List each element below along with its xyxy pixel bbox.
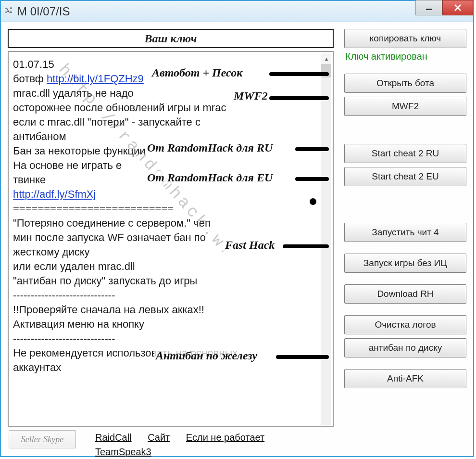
key-input[interactable]: Ваш ключ [8, 29, 334, 48]
cheat2-ru-button[interactable]: Start cheat 2 RU [344, 144, 466, 163]
news-line: "Потеряно соединение с сервером." чеп [13, 217, 211, 229]
shuffle-icon [4, 5, 13, 17]
scroll-thumb[interactable] [321, 64, 331, 77]
link-site[interactable]: Сайт [148, 430, 170, 445]
scroll-up-icon[interactable]: ▴ [321, 53, 331, 64]
news-textbox[interactable]: 01.07.15 ботвф http://bit.ly/1FQZHz9 mra… [10, 53, 331, 425]
mwf2-button[interactable]: MWF2 [344, 97, 466, 116]
app-window: M 0I/07/IS Ваш ключ копировать ключ 01.0… [0, 0, 474, 457]
news-divider: ========================== [13, 203, 174, 215]
news-line: Активация меню на кнопку [13, 318, 144, 330]
news-line: mrac.dll удалять не надо [13, 87, 134, 99]
link-raidcall[interactable]: RaidCall [95, 430, 132, 445]
window-title: M 0I/07/IS [17, 5, 70, 18]
svg-rect-0 [426, 9, 432, 10]
cheat4-button[interactable]: Запустить чит 4 [344, 223, 466, 242]
news-line: На основе не играть е [13, 159, 122, 171]
anti-afk-button[interactable]: Anti-AFK [344, 369, 466, 388]
clean-logs-button[interactable]: Очистка логов [344, 315, 466, 334]
close-button[interactable] [442, 0, 473, 15]
news-line: мин после запуска WF означает бан по [13, 231, 206, 243]
news-line: !!Проверяйте сначала на левых акках!! [13, 304, 204, 316]
client-area: Ваш ключ копировать ключ 01.07.15 ботвф … [1, 22, 473, 456]
news-line: твинке [13, 174, 46, 186]
footer-links: RaidCall Сайт Если не работает TeamSpeak… [95, 430, 278, 459]
news-line: Бан за некоторые функции [13, 145, 146, 157]
link-adfly[interactable]: http://adf.ly/SfmXj [13, 188, 96, 200]
news-line: "антибан по диску" запускать до игры [13, 275, 197, 287]
launch-no-ic-button[interactable]: Запуск игры без ИЦ [344, 254, 466, 273]
key-status-text: Ключ активирован [344, 51, 466, 62]
antiban-disk-button[interactable]: антибан по диску [344, 338, 466, 357]
open-bot-button[interactable]: Открыть бота [344, 74, 466, 93]
news-line: ботвф [13, 73, 47, 85]
news-line: Не рекомендуется использовать на основны… [13, 347, 238, 359]
news-line: аккаунтах [13, 361, 61, 373]
cheat2-eu-button[interactable]: Start cheat 2 EU [344, 167, 466, 186]
news-dashes: ----------------------------- [13, 332, 115, 344]
news-date: 01.07.15 [13, 58, 54, 70]
minimize-button[interactable] [415, 0, 442, 15]
copy-key-button[interactable]: копировать ключ [344, 29, 466, 48]
seller-skype-button[interactable]: Seller Skype [9, 430, 76, 448]
news-line: жесткому диску [13, 246, 90, 258]
link-teamspeak[interactable]: TeamSpeak3 [95, 445, 151, 459]
news-line: антибаном [13, 130, 66, 142]
news-dashes: ----------------------------- [13, 289, 115, 301]
news-line: осторожнее после обновлений игры и mrac [13, 102, 226, 114]
scrollbar[interactable]: ▴ [321, 53, 331, 425]
news-line: или если удален mrac.dll [13, 260, 135, 272]
news-textbox-frame: 01.07.15 ботвф http://bit.ly/1FQZHz9 mra… [8, 51, 334, 427]
link-bitly[interactable]: http://bit.ly/1FQZHz9 [47, 73, 144, 85]
download-rh-button[interactable]: Download RH [344, 284, 466, 304]
news-line: если с mrac.dll "потери" - запускайте с [13, 116, 200, 128]
titlebar[interactable]: M 0I/07/IS [1, 1, 473, 22]
link-not-working[interactable]: Если не работает [186, 430, 264, 445]
